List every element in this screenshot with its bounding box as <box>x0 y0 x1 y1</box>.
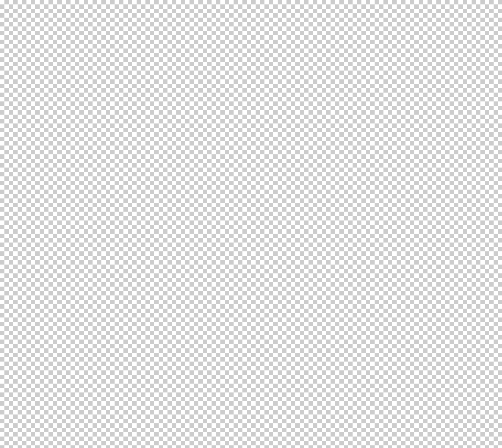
diagram-container <box>0 0 502 448</box>
arrows-layer <box>0 0 502 448</box>
